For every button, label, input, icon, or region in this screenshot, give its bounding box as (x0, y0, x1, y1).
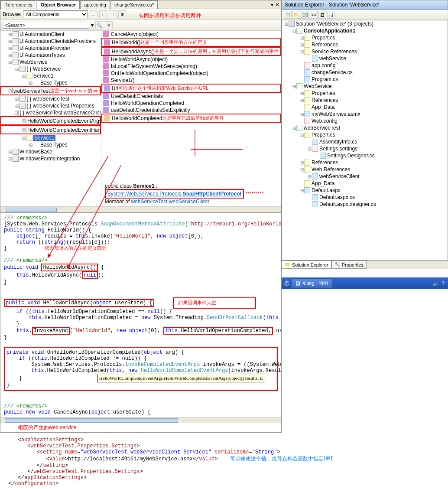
tree-node[interactable]: ⊞Base Types (0, 79, 101, 86)
member-item[interactable]: IsLocalFileSystemWebService(string) (101, 63, 281, 70)
solution-node[interactable]: ⊞Properties (282, 90, 448, 97)
browse-settings-icon[interactable]: … (90, 10, 97, 18)
horizontal-scrollbar[interactable] (0, 206, 281, 212)
member-item[interactable]: UseDefaultCredentials (101, 93, 281, 100)
tree-node[interactable]: ⊟Service1 (0, 72, 101, 79)
taskbar-item[interactable]: 🖼4.png - 画图 (291, 278, 333, 288)
solution-node[interactable]: ⊟Settings.settings (282, 145, 448, 152)
search-clear-icon[interactable]: ✕ (105, 21, 113, 29)
tree-node[interactable]: ⊞Base Types (0, 141, 101, 148)
tab-properties[interactable]: 🔧Properties (331, 261, 367, 269)
browse-label: Browse: (3, 11, 21, 17)
solution-node[interactable]: ⊟webServiceTest (282, 124, 448, 131)
bottom-annotation: 相应的产生的web service (0, 423, 281, 432)
code-editor[interactable]: /// <remarks/> [System.Web.Services.Prot… (0, 212, 281, 417)
tab-solution-explorer[interactable]: 📁Solution Explorer (282, 261, 331, 269)
intellisense-tooltip: HelloWorldCompletedEventArgs.HelloWorldC… (97, 374, 265, 382)
solution-node[interactable]: ⊟Properties (282, 131, 448, 138)
namespace-link[interactable]: webServiceTest.webServiceClient (131, 199, 209, 205)
tree-node[interactable]: ⊞{ } webServiceTest (0, 95, 101, 102)
tree-node[interactable]: ⊟Service1 (0, 134, 101, 141)
solution-node[interactable]: ⊟Web References (282, 166, 448, 173)
tree-node[interactable]: ⊞WindowsBase (0, 148, 101, 155)
solution-node[interactable]: App_Data (282, 180, 448, 187)
browse-select[interactable]: All Components (23, 10, 88, 18)
member-item[interactable]: HelloWorldAsync() 在是一个异上方法的调用，在调用前要指下执行完… (101, 47, 281, 56)
tab-appconfig[interactable]: app.config (80, 0, 110, 9)
tray-help-icon[interactable]: ? (442, 280, 445, 287)
code-scrollbar[interactable] (0, 417, 281, 423)
tree-node[interactable]: ⊟WebService (0, 59, 101, 65)
member-item[interactable]: useDefaultCredentialsSetExplicitly (101, 107, 281, 114)
solution-node[interactable]: ⊟Solution 'WebService' (3 projects) (282, 20, 448, 27)
forward-icon[interactable]: → (109, 10, 117, 18)
solution-node[interactable]: ⊟WebService (282, 83, 448, 90)
tray-icon[interactable]: 🔉 (432, 280, 439, 287)
solution-node[interactable]: App_Data (282, 104, 448, 111)
member-item[interactable]: CancelAsync(object) (101, 31, 281, 38)
solution-explorer-toolbar: 📋 📁 🔄 <> 🖼 📊 (282, 10, 448, 20)
solution-node[interactable]: Default.aspx.cs (282, 194, 448, 201)
se-diagram-icon[interactable]: 📊 (327, 11, 335, 19)
namespace-tree[interactable]: ⊞UIAutomationClient⊞UIAutomationClientsi… (0, 31, 101, 206)
search-dropdown-icon[interactable]: ▾ (91, 22, 94, 28)
tree-node[interactable]: ⊟{ } webServiceTest.webServiceClient (0, 109, 101, 116)
solution-node[interactable]: app.config (282, 62, 448, 69)
member-item[interactable]: HelloWorld() 这是一个同步事件的方法的定义 (101, 38, 281, 47)
solution-node[interactable]: Program.cs (282, 76, 448, 83)
annotation: 有同步调用和异步调用两种 (139, 12, 201, 20)
solution-node[interactable]: ⊞References (282, 159, 448, 166)
tree-node[interactable]: ⊟webServiceTest 这是一个web site 的web servic… (0, 86, 101, 95)
tree-node[interactable]: ⊞WindowsFormsIntegration (0, 155, 101, 162)
solution-node[interactable]: Web.config (282, 117, 448, 124)
windows-taskbar: 态 🖼4.png - 画图 🔉 ? (282, 277, 448, 289)
se-designer-icon[interactable]: 🖼 (318, 11, 326, 19)
member-item[interactable]: Service1() (101, 77, 281, 84)
solution-node[interactable]: ⊞webServiceClient (282, 173, 448, 180)
solution-node[interactable]: Default.aspx.designer.cs (282, 201, 448, 208)
dropdown-icon[interactable]: ▾ (271, 2, 273, 8)
solution-node[interactable]: ⊟Default.aspx (282, 187, 448, 194)
tab-object-browser[interactable]: Object Browser (37, 0, 80, 9)
solution-tree[interactable]: ⊟Solution 'WebService' (3 projects)⊟Cons… (282, 20, 448, 261)
member-item[interactable]: HelloWorldCompleted 这是事件完成后所触发的事件 (101, 114, 281, 123)
members-list[interactable]: CancelAsync(object)HelloWorld() 这是一个同步事件… (101, 31, 281, 181)
tree-node[interactable]: ⊞HelloWorldCompletedEventArgs 事件的参数类型，另一… (0, 116, 101, 125)
se-showall-icon[interactable]: 📁 (292, 11, 300, 19)
panel-tabs: 📁Solution Explorer 🔧Properties (282, 261, 448, 269)
solution-node[interactable]: AssemblyInfo.cs (282, 138, 448, 145)
tree-node[interactable]: ⊟{ } WebService (0, 65, 101, 72)
solution-node[interactable]: webService (282, 55, 448, 62)
solution-node[interactable]: Settings.Designer.cs (282, 152, 448, 159)
base-class-link[interactable]: System.Web.Services.Protocols.SoapHttpCl… (107, 191, 241, 197)
solution-node[interactable]: ⊞References (282, 97, 448, 104)
tree-node[interactable]: ⊞{ } webServiceTest.Properties (0, 102, 101, 109)
member-item[interactable]: OnHelloWorldOperationCompleted(object) (101, 70, 281, 77)
back-icon[interactable]: ← (99, 10, 107, 18)
solution-node[interactable]: ⊟ConsoleApplication1 (282, 27, 448, 34)
solution-node[interactable]: ⊟Service References (282, 48, 448, 55)
solution-node[interactable]: ⊞myWebService.asmx (282, 111, 448, 117)
tree-node[interactable]: ⊞UIAutomationClient (0, 31, 101, 38)
taskbar-lang[interactable]: 态 (282, 280, 291, 287)
search-input[interactable] (3, 22, 89, 29)
se-refresh-icon[interactable]: 🔄 (301, 11, 309, 19)
tab-controls: ▾ ✕ (269, 0, 281, 9)
member-item[interactable]: Url 可以通过这个值来指定Web Service 的URL (101, 84, 281, 93)
se-properties-icon[interactable]: 📋 (284, 11, 292, 19)
tree-node[interactable]: ⊞UIAutomationClientsideProviders (0, 38, 101, 45)
member-item[interactable]: HelloWorldOperationCompleted (101, 100, 281, 107)
solution-node[interactable]: ⊞Properties (282, 34, 448, 41)
tree-node[interactable]: ⊞HelloWorldCompletedEventHandler 可件handl… (0, 125, 101, 134)
close-icon[interactable]: ✕ (275, 2, 279, 8)
member-item[interactable]: HelloWorldAsync(object) (101, 56, 281, 63)
se-code-icon[interactable]: <> (310, 11, 318, 19)
search-go-icon[interactable]: 🔍 (95, 21, 103, 29)
tab-changeservice[interactable]: changeService.cs* (110, 0, 158, 9)
tree-node[interactable]: ⊞UIAutomationProvider (0, 45, 101, 52)
solution-node[interactable]: ⊞References (282, 41, 448, 48)
tab-reference[interactable]: Reference.cs (0, 0, 36, 9)
settings-icon[interactable]: ⚙ (118, 10, 126, 18)
solution-node[interactable]: changeService.cs (282, 69, 448, 76)
tree-node[interactable]: ⊞UIAutomationTypes (0, 52, 101, 59)
